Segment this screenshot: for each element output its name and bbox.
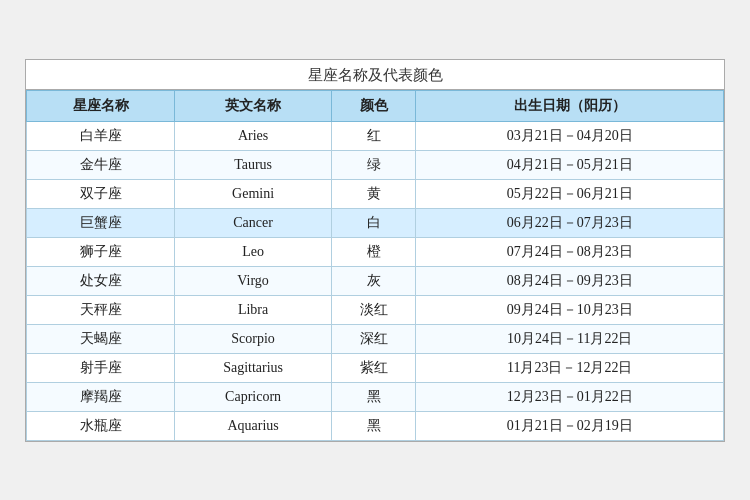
cell-date: 01月21日－02月19日 xyxy=(416,411,724,440)
col-header-date: 出生日期（阳历） xyxy=(416,90,724,121)
cell-zh: 狮子座 xyxy=(27,237,175,266)
cell-date: 06月22日－07月23日 xyxy=(416,208,724,237)
table-row: 水瓶座Aquarius黑01月21日－02月19日 xyxy=(27,411,724,440)
cell-zh: 天蝎座 xyxy=(27,324,175,353)
table-row: 狮子座Leo橙07月24日－08月23日 xyxy=(27,237,724,266)
cell-en: Aquarius xyxy=(175,411,332,440)
cell-date: 07月24日－08月23日 xyxy=(416,237,724,266)
cell-zh: 处女座 xyxy=(27,266,175,295)
page-title: 星座名称及代表颜色 xyxy=(26,60,724,90)
cell-color: 黑 xyxy=(332,411,416,440)
table-header-row: 星座名称 英文名称 颜色 出生日期（阳历） xyxy=(27,90,724,121)
cell-color: 深红 xyxy=(332,324,416,353)
cell-date: 03月21日－04月20日 xyxy=(416,121,724,150)
zodiac-table: 星座名称 英文名称 颜色 出生日期（阳历） 白羊座Aries红03月21日－04… xyxy=(26,90,724,441)
cell-en: Virgo xyxy=(175,266,332,295)
cell-en: Taurus xyxy=(175,150,332,179)
cell-date: 10月24日－11月22日 xyxy=(416,324,724,353)
cell-date: 05月22日－06月21日 xyxy=(416,179,724,208)
cell-zh: 射手座 xyxy=(27,353,175,382)
table-row: 金牛座Taurus绿04月21日－05月21日 xyxy=(27,150,724,179)
cell-en: Sagittarius xyxy=(175,353,332,382)
cell-color: 红 xyxy=(332,121,416,150)
cell-color: 灰 xyxy=(332,266,416,295)
cell-zh: 摩羯座 xyxy=(27,382,175,411)
cell-color: 淡红 xyxy=(332,295,416,324)
cell-color: 白 xyxy=(332,208,416,237)
cell-en: Capricorn xyxy=(175,382,332,411)
cell-en: Cancer xyxy=(175,208,332,237)
table-row: 射手座Sagittarius紫红11月23日－12月22日 xyxy=(27,353,724,382)
cell-en: Libra xyxy=(175,295,332,324)
table-row: 双子座Gemini黄05月22日－06月21日 xyxy=(27,179,724,208)
cell-date: 11月23日－12月22日 xyxy=(416,353,724,382)
cell-color: 橙 xyxy=(332,237,416,266)
cell-color: 紫红 xyxy=(332,353,416,382)
cell-en: Scorpio xyxy=(175,324,332,353)
cell-zh: 天秤座 xyxy=(27,295,175,324)
cell-en: Aries xyxy=(175,121,332,150)
cell-en: Leo xyxy=(175,237,332,266)
cell-date: 12月23日－01月22日 xyxy=(416,382,724,411)
cell-zh: 白羊座 xyxy=(27,121,175,150)
cell-zh: 巨蟹座 xyxy=(27,208,175,237)
cell-en: Gemini xyxy=(175,179,332,208)
table-row: 白羊座Aries红03月21日－04月20日 xyxy=(27,121,724,150)
col-header-color: 颜色 xyxy=(332,90,416,121)
table-row: 天蝎座Scorpio深红10月24日－11月22日 xyxy=(27,324,724,353)
cell-color: 黄 xyxy=(332,179,416,208)
cell-color: 绿 xyxy=(332,150,416,179)
cell-date: 08月24日－09月23日 xyxy=(416,266,724,295)
cell-color: 黑 xyxy=(332,382,416,411)
table-row: 天秤座Libra淡红09月24日－10月23日 xyxy=(27,295,724,324)
cell-zh: 金牛座 xyxy=(27,150,175,179)
col-header-en: 英文名称 xyxy=(175,90,332,121)
main-container: 星座名称及代表颜色 星座名称 英文名称 颜色 出生日期（阳历） 白羊座Aries… xyxy=(25,59,725,442)
table-row: 摩羯座Capricorn黑12月23日－01月22日 xyxy=(27,382,724,411)
cell-zh: 双子座 xyxy=(27,179,175,208)
cell-date: 04月21日－05月21日 xyxy=(416,150,724,179)
cell-date: 09月24日－10月23日 xyxy=(416,295,724,324)
table-row: 处女座Virgo灰08月24日－09月23日 xyxy=(27,266,724,295)
col-header-zh: 星座名称 xyxy=(27,90,175,121)
cell-zh: 水瓶座 xyxy=(27,411,175,440)
table-row: 巨蟹座Cancer白06月22日－07月23日 xyxy=(27,208,724,237)
